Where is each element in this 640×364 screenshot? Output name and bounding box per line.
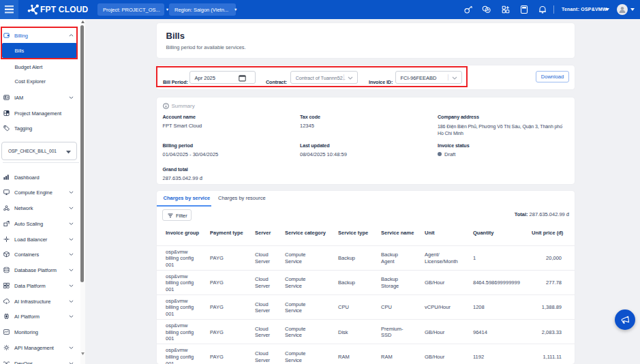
svg-text:?: ? — [487, 7, 489, 12]
